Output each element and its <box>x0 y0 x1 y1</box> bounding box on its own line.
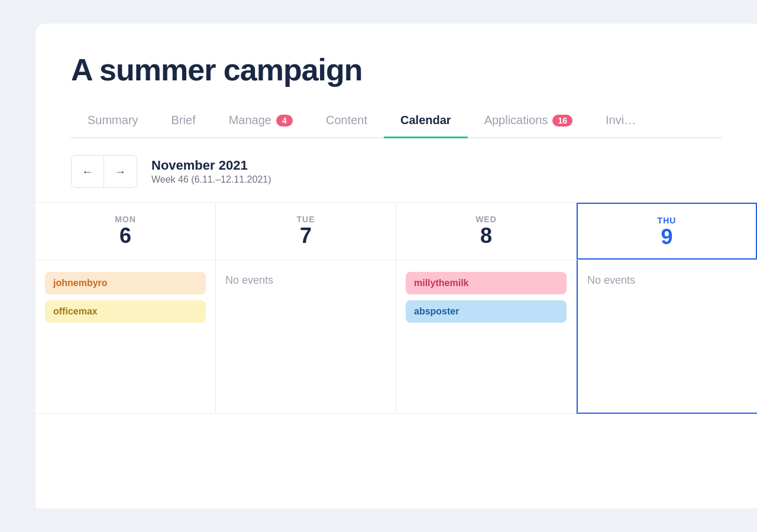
calendar-grid: MON 6 TUE 7 WED 8 THU 9 <box>35 203 757 414</box>
tab-brief[interactable]: Brief <box>155 106 212 138</box>
week-subtitle: Week 46 (6.11.–12.11.2021) <box>151 174 271 185</box>
day-header-thu: THU 9 <box>577 203 757 259</box>
nav-buttons: ← → <box>71 155 137 188</box>
tabs-navigation: Summary Brief Manage 4 Content Calendar … <box>71 106 722 138</box>
tab-content[interactable]: Content <box>309 106 384 138</box>
calendar-controls: ← → November 2021 Week 46 (6.11.–12.11.2… <box>35 138 757 203</box>
day-header-wed: WED 8 <box>396 203 577 259</box>
day-events-thu: No events <box>577 260 757 414</box>
event-johnembyro[interactable]: johnembyro <box>45 272 206 294</box>
month-info: November 2021 Week 46 (6.11.–12.11.2021) <box>151 158 271 185</box>
tab-manage[interactable]: Manage 4 <box>212 106 309 138</box>
day-header-tue: TUE 7 <box>216 203 396 259</box>
manage-badge: 4 <box>276 115 293 126</box>
day-header-mon: MON 6 <box>35 203 216 259</box>
applications-badge: 16 <box>552 115 572 126</box>
month-title: November 2021 <box>151 158 271 173</box>
days-header: MON 6 TUE 7 WED 8 THU 9 <box>35 203 757 260</box>
tab-applications[interactable]: Applications 16 <box>468 106 589 138</box>
day-events-tue: No events <box>216 260 396 414</box>
no-events-tue: No events <box>225 272 386 287</box>
campaign-title: A summer campaign <box>71 52 722 87</box>
tab-calendar[interactable]: Calendar <box>384 106 468 138</box>
tab-summary[interactable]: Summary <box>71 106 155 138</box>
tab-invitations[interactable]: Invi… <box>589 106 652 138</box>
event-absposter[interactable]: absposter <box>406 300 567 323</box>
day-events-mon: johnembyro officemax <box>35 260 216 414</box>
event-officemax[interactable]: officemax <box>45 300 206 323</box>
no-events-thu: No events <box>587 272 748 287</box>
event-millythemilk[interactable]: millythemilk <box>406 272 567 294</box>
next-week-button[interactable]: → <box>104 155 137 188</box>
calendar-events-row: johnembyro officemax No events millythem… <box>35 260 757 414</box>
prev-week-button[interactable]: ← <box>71 155 104 188</box>
day-events-wed: millythemilk absposter <box>396 260 577 414</box>
